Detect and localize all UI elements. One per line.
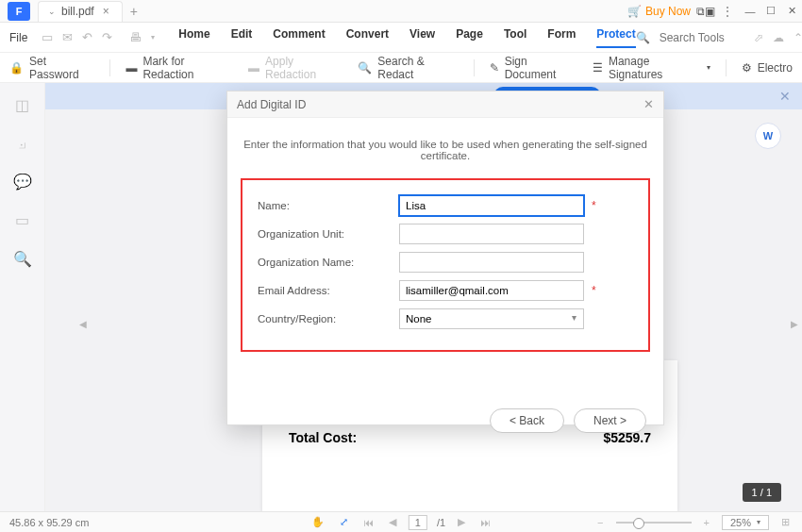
next-button[interactable]: Next > — [574, 408, 646, 433]
org-name-label: Organization Name: — [258, 257, 399, 268]
menu-page[interactable]: Page — [456, 27, 483, 48]
chevron-down-icon: ▾ — [757, 518, 760, 526]
separator — [726, 59, 727, 76]
mark-redaction-button[interactable]: ▬ Mark for Redaction — [125, 55, 233, 81]
name-label: Name: — [258, 200, 399, 211]
file-menu[interactable]: File — [9, 31, 27, 44]
first-page-icon[interactable]: ⏮ — [360, 517, 376, 528]
org-name-field[interactable] — [399, 252, 584, 273]
menu-tool[interactable]: Tool — [504, 27, 526, 48]
add-digital-id-dialog: Add Digital ID ✕ Enter the information t… — [226, 91, 664, 425]
menu-convert[interactable]: Convert — [346, 27, 389, 48]
separator — [474, 59, 475, 76]
set-password-button[interactable]: 🔒 Set Password — [9, 55, 94, 81]
search-icon: 🔍 — [636, 31, 650, 44]
signature-list-icon: ☰ — [593, 61, 603, 75]
zoom-out-icon[interactable]: − — [594, 517, 606, 528]
open-external-icon[interactable]: ⬀ — [754, 31, 763, 44]
document-tab[interactable]: ⌄ bill.pdf × — [38, 1, 123, 22]
prev-page-icon[interactable]: ◀ — [386, 516, 399, 528]
caret-up-icon[interactable]: ⌃ — [794, 31, 802, 44]
more-menu[interactable]: ⋮ — [715, 4, 740, 19]
sign-icon: ✎ — [490, 61, 499, 75]
hand-tool-icon[interactable]: ✋ — [309, 516, 327, 528]
minimize-button[interactable]: — — [740, 6, 760, 17]
sidebar: ◫ ⟓ 💬 ▭ 🔍 — [0, 83, 45, 511]
name-field[interactable] — [399, 195, 584, 216]
manage-signatures-label: Manage Signatures — [609, 55, 701, 81]
manage-signatures-button[interactable]: ☰ Manage Signatures ▾ — [593, 55, 710, 81]
dialog-close-icon[interactable]: ✕ — [643, 97, 654, 111]
dialog-title: Add Digital ID — [237, 98, 306, 111]
lock-icon: 🔒 — [9, 61, 24, 75]
redact-apply-icon: ▬ — [248, 61, 259, 75]
cart-icon: 🛒 — [627, 5, 642, 18]
electronic-label: Electro — [758, 61, 793, 75]
org-unit-field[interactable] — [399, 224, 584, 244]
maximize-button[interactable]: ☐ — [760, 5, 781, 17]
select-tool-icon[interactable]: ⤢ — [337, 516, 351, 528]
close-tab-icon[interactable]: × — [100, 5, 112, 18]
search-redact-button[interactable]: 🔍 Search & Redact — [358, 55, 458, 81]
electronic-button[interactable]: ⚙ Electro — [742, 61, 793, 75]
bookmark-icon[interactable]: ⟓ — [18, 135, 27, 152]
menu-edit[interactable]: Edit — [231, 27, 253, 48]
zoom-in-icon[interactable]: + — [701, 517, 712, 528]
print-icon[interactable]: 🖶 — [125, 30, 146, 44]
cloud-icon[interactable]: ☁ — [773, 31, 784, 44]
last-page-icon[interactable]: ⏭ — [477, 517, 493, 528]
app-logo: F — [8, 2, 30, 21]
separator — [109, 59, 110, 76]
search-panel-icon[interactable]: 🔍 — [13, 250, 32, 268]
zoom-value: 25% — [730, 517, 751, 528]
set-password-label: Set Password — [29, 55, 94, 81]
save-icon[interactable]: ▭ — [37, 30, 58, 44]
print-dropdown-icon[interactable]: ▾ — [146, 33, 159, 42]
buy-now-button[interactable]: 🛒 Buy Now — [622, 5, 696, 18]
page-count-badge: 1 / 1 — [743, 483, 781, 502]
required-marker: * — [592, 199, 596, 212]
thumbnails-icon[interactable]: ◫ — [15, 96, 29, 114]
dialog-form-frame: Name: * Organization Unit: Organization … — [241, 178, 650, 352]
menu-view[interactable]: View — [409, 27, 435, 48]
word-export-badge[interactable]: W — [755, 123, 781, 149]
search-redact-label: Search & Redact — [377, 55, 458, 81]
fit-page-icon[interactable]: ⊞ — [778, 516, 793, 528]
prev-page-side[interactable]: ◀ — [79, 319, 87, 329]
page-total: /1 — [437, 517, 445, 528]
country-select[interactable] — [399, 308, 584, 329]
notification-icon[interactable]: ▣ — [705, 5, 715, 18]
zoom-slider[interactable] — [616, 522, 692, 524]
chevron-down-icon: ▾ — [707, 63, 710, 72]
sign-document-label: Sign Document — [505, 55, 577, 81]
banner-close-icon[interactable]: ✕ — [779, 89, 791, 104]
zoom-select[interactable]: 25% ▾ — [722, 515, 769, 530]
search-redact-icon: 🔍 — [358, 61, 372, 75]
menu-home[interactable]: Home — [178, 27, 209, 48]
comments-icon[interactable]: 💬 — [13, 173, 32, 191]
menu-protect[interactable]: Protect — [596, 27, 635, 48]
share-icon[interactable]: ⧉ — [696, 5, 705, 18]
close-window-button[interactable]: ✕ — [781, 5, 802, 17]
email-field[interactable] — [399, 280, 584, 301]
new-tab-button[interactable]: + — [130, 4, 138, 19]
attachments-icon[interactable]: ▭ — [15, 211, 29, 229]
redact-mark-icon: ▬ — [125, 61, 137, 75]
page-current[interactable]: 1 — [415, 517, 421, 528]
electronic-icon: ⚙ — [742, 61, 752, 75]
menu-comment[interactable]: Comment — [273, 27, 325, 48]
required-marker: * — [592, 284, 596, 297]
next-page-side[interactable]: ▶ — [791, 319, 798, 329]
redo-icon[interactable]: ↷ — [97, 30, 117, 44]
menu-form[interactable]: Form — [547, 27, 576, 48]
search-input[interactable] — [660, 31, 744, 44]
org-unit-label: Organization Unit: — [258, 228, 399, 240]
apply-redaction-label: Apply Redaction — [265, 55, 343, 81]
mail-icon[interactable]: ✉ — [58, 30, 77, 44]
undo-icon[interactable]: ↶ — [77, 30, 97, 44]
sign-document-button[interactable]: ✎ Sign Document — [490, 55, 577, 81]
back-button[interactable]: < Back — [490, 408, 564, 433]
next-page-icon[interactable]: ▶ — [455, 516, 468, 528]
tab-title: bill.pdf — [61, 5, 94, 18]
email-label: Email Address: — [258, 285, 399, 296]
